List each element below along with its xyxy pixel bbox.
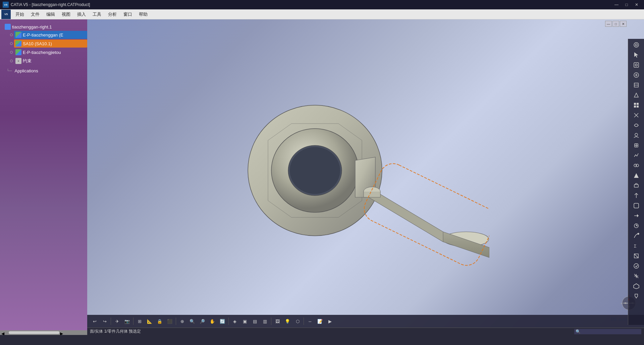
- svg-marker-22: [634, 52, 638, 58]
- zoom-in-btn[interactable]: 🔍: [187, 317, 197, 326]
- tree-node-1-label: E-P-tiaozhenggan (E: [23, 32, 63, 38]
- title-bar: V5 CATIA V5 - [tiaozhenggan-right.CATPro…: [0, 0, 644, 9]
- search-input[interactable]: [582, 330, 632, 334]
- rt-icon-15[interactable]: [630, 191, 642, 200]
- menu-window[interactable]: 窗口: [120, 11, 136, 18]
- camera-btn[interactable]: 📷: [122, 317, 132, 326]
- rt-icon-4[interactable]: [630, 80, 642, 90]
- vp-minimize-btn[interactable]: —: [605, 21, 612, 27]
- measure-btn[interactable]: 📐: [145, 317, 154, 326]
- tree-node-3-row: E-P-tiaozhengjietou: [10, 48, 87, 56]
- tree-node-3[interactable]: E-P-tiaozhengjietou: [14, 48, 87, 56]
- menu-view[interactable]: 视图: [58, 11, 74, 18]
- view-top-btn[interactable]: ▤: [250, 317, 260, 326]
- view-right-btn[interactable]: ▥: [260, 317, 270, 326]
- grid-btn[interactable]: ⊞: [135, 317, 144, 326]
- applications-label[interactable]: Applications: [13, 66, 40, 75]
- view-front-btn[interactable]: ▣: [240, 317, 250, 326]
- constraint-btn[interactable]: 🔒: [155, 317, 164, 326]
- fly-btn[interactable]: ✈: [112, 317, 122, 326]
- menu-tools[interactable]: 工具: [89, 11, 105, 18]
- menu-help[interactable]: 帮助: [136, 11, 151, 18]
- redo-btn[interactable]: ↪: [100, 317, 109, 326]
- rt-icon-19[interactable]: [630, 231, 642, 240]
- rt-icon-17[interactable]: [630, 211, 642, 220]
- svg-point-39: [636, 164, 639, 167]
- product-icon: [5, 24, 11, 30]
- vp-restore-btn[interactable]: □: [612, 21, 619, 27]
- rt-icon-14[interactable]: [630, 181, 642, 190]
- undo-btn[interactable]: ↩: [90, 317, 99, 326]
- app-icon: V5: [3, 2, 9, 8]
- tree-node-1[interactable]: E-P-tiaozhenggan (E: [14, 31, 87, 39]
- right-toolbar: Σ: [628, 39, 644, 325]
- pan-btn[interactable]: ✋: [208, 317, 217, 326]
- rt-icon-13[interactable]: [630, 171, 642, 180]
- rt-icon-21[interactable]: [630, 251, 642, 261]
- tree-root-label: tiaozhenggan-right.1: [12, 24, 52, 29]
- rt-icon-7[interactable]: [630, 111, 642, 120]
- status-bar: 面/实体 1/零件几何体 预选定 🔍: [87, 328, 644, 335]
- separator-5: [271, 318, 271, 325]
- menu-analyze[interactable]: 分析: [105, 11, 120, 18]
- svg-rect-30: [634, 106, 636, 108]
- separator-1: [111, 318, 111, 325]
- rt-icon-23[interactable]: [630, 271, 642, 281]
- vp-close-btn[interactable]: ✕: [620, 21, 627, 27]
- wireframe-btn[interactable]: ⬡: [293, 317, 302, 326]
- title-left: V5 CATIA V5 - [tiaozhenggan-right.CATPro…: [3, 2, 90, 8]
- scroll-right-btn[interactable]: ▶: [60, 331, 67, 334]
- rt-cursor[interactable]: [630, 50, 642, 60]
- rt-icon-2[interactable]: [630, 60, 642, 70]
- tree-root[interactable]: tiaozhenggan-right.1: [3, 23, 87, 31]
- svg-point-21: [635, 44, 637, 46]
- rt-icon-22[interactable]: [630, 261, 642, 271]
- minimize-button[interactable]: —: [612, 1, 621, 8]
- left-panel: tiaozhenggan-right.1 E-P-tiaozhenggan (E: [0, 19, 87, 335]
- tree-node-2[interactable]: SA10 (SA10.1): [14, 40, 87, 48]
- tree-node-2-row: SA10 (SA10.1): [10, 40, 87, 48]
- menu-edit[interactable]: 编辑: [43, 11, 58, 18]
- tree-node-4[interactable]: ≡ 约束: [14, 57, 87, 65]
- scrollbar-thumb[interactable]: [9, 331, 59, 334]
- rt-icon-20[interactable]: Σ: [630, 241, 642, 251]
- more-btn[interactable]: ▶: [325, 317, 335, 326]
- window-controls: — □ ✕: [612, 1, 641, 8]
- menu-bar: V5 开始 文件 编辑 视图 插入 工具 分析 窗口 帮助: [0, 9, 644, 19]
- search-box[interactable]: 🔍: [574, 329, 641, 334]
- view-iso-btn[interactable]: ◈: [230, 317, 239, 326]
- render-btn[interactable]: 🖼: [273, 317, 282, 326]
- rt-icon-6[interactable]: [630, 100, 642, 110]
- rt-icon-16[interactable]: [630, 201, 642, 210]
- rt-icon-10[interactable]: [630, 141, 642, 150]
- section-btn[interactable]: ⬛: [165, 317, 174, 326]
- rt-icon-18[interactable]: [630, 221, 642, 230]
- left-scrollbar[interactable]: ◀ ▶: [0, 330, 87, 335]
- status-text: 面/实体 1/零件几何体 预选定: [90, 329, 574, 334]
- zoom-fit-btn[interactable]: ⊕: [177, 317, 187, 326]
- menu-insert[interactable]: 插入: [74, 11, 89, 18]
- annotation-btn[interactable]: 📝: [315, 317, 325, 326]
- dimension-btn[interactable]: ↔: [305, 317, 315, 326]
- rt-icon-1[interactable]: [630, 40, 642, 50]
- rt-icon-24[interactable]: [630, 281, 642, 291]
- rt-icon-5[interactable]: [630, 90, 642, 100]
- rt-icon-8[interactable]: [630, 121, 642, 130]
- bottom-icons-row: ↩ ↪ ✈ 📷 ⊞ 📐 🔒 ⬛ ⊕ 🔍 🔎 ✋ 🔄 ◈ ▣: [87, 315, 644, 328]
- rt-icon-9[interactable]: [630, 131, 642, 140]
- shading-btn[interactable]: 💡: [283, 317, 292, 326]
- maximize-button[interactable]: □: [622, 1, 631, 8]
- rt-icon-3[interactable]: [630, 70, 642, 80]
- zoom-out-btn[interactable]: 🔎: [198, 317, 207, 326]
- rotate-btn[interactable]: 🔄: [218, 317, 227, 326]
- 3d-viewport[interactable]: — □ ✕ N S W E DS: [87, 19, 644, 335]
- component-icon-2: [15, 41, 21, 47]
- rt-icon-25[interactable]: [630, 291, 642, 301]
- menu-file[interactable]: 文件: [28, 11, 43, 18]
- close-button[interactable]: ✕: [632, 1, 641, 8]
- rt-icon-12[interactable]: [630, 161, 642, 170]
- window-title: CATIA V5 - [tiaozhenggan-right.CATProduc…: [11, 2, 90, 7]
- scroll-left-btn[interactable]: ◀: [1, 331, 8, 334]
- menu-start[interactable]: 开始: [12, 11, 28, 18]
- rt-icon-11[interactable]: [630, 151, 642, 160]
